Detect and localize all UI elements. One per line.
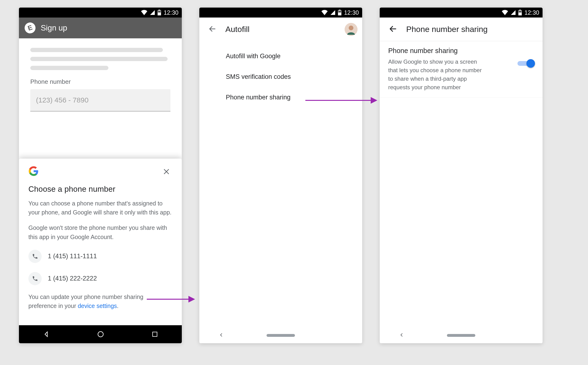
- settings-item-phone-sharing[interactable]: Phone number sharing: [199, 87, 362, 108]
- sheet-footer: You can update your phone number sharing…: [28, 292, 172, 311]
- sheet-para-1: You can choose a phone number that's ass…: [28, 199, 172, 217]
- phone-number-label: 1 (415) 111-1111: [48, 253, 97, 260]
- app-bar-title: Phone number sharing: [406, 25, 538, 34]
- phone-sharing-toggle-row[interactable]: Phone number sharing Allow Google to sho…: [380, 41, 543, 98]
- app-bar-title: Autofill: [225, 25, 338, 34]
- sheet-footer-post: .: [117, 302, 119, 309]
- skeleton-line: [30, 48, 163, 52]
- home-pill-icon[interactable]: [447, 334, 475, 337]
- app-bar: E Sign up: [19, 18, 182, 38]
- home-icon[interactable]: [97, 331, 104, 338]
- svg-rect-2: [158, 11, 161, 13]
- back-icon[interactable]: [43, 331, 50, 338]
- skeleton-line: [30, 66, 108, 70]
- status-time: 12:30: [344, 9, 359, 16]
- battery-icon: [157, 10, 161, 15]
- status-time: 12:30: [164, 9, 178, 16]
- device-settings-link[interactable]: device settings: [78, 302, 117, 309]
- settings-item-sms-codes[interactable]: SMS verification codes: [199, 67, 362, 87]
- sheet-para-2: Google won't store the phone number you …: [28, 223, 172, 242]
- toggle-switch[interactable]: [518, 59, 534, 68]
- system-nav-bar: [19, 325, 182, 343]
- sheet-heading: Choose a phone number: [28, 185, 172, 194]
- home-pill-icon[interactable]: [266, 334, 295, 337]
- google-logo-icon: [28, 166, 39, 177]
- back-button[interactable]: [206, 22, 219, 36]
- svg-rect-12: [519, 11, 521, 13]
- svg-point-9: [349, 26, 353, 30]
- wifi-icon: [321, 10, 328, 15]
- app-bar: Autofill: [199, 18, 362, 41]
- account-avatar[interactable]: [345, 23, 357, 36]
- phone-number-label: 1 (415) 222-2222: [48, 275, 97, 282]
- cellular-icon: [150, 10, 155, 15]
- phone-icon: [28, 272, 42, 285]
- app-bar: Phone number sharing: [380, 18, 543, 41]
- screen-autofill-settings: 12:30 Autofill Autofill with Google SMS …: [199, 7, 362, 343]
- skeleton-line: [30, 57, 168, 61]
- status-bar: 12:30: [380, 7, 543, 18]
- flow-arrow-icon: [305, 100, 376, 102]
- cellular-icon: [330, 10, 336, 15]
- phone-input[interactable]: [30, 89, 170, 112]
- svg-rect-6: [339, 10, 341, 11]
- svg-point-3: [98, 332, 104, 337]
- setting-title: Phone number sharing: [388, 47, 512, 55]
- recents-icon[interactable]: [152, 331, 158, 337]
- wifi-icon: [141, 10, 147, 15]
- back-button[interactable]: [386, 22, 399, 36]
- svg-rect-4: [153, 332, 157, 337]
- svg-rect-1: [159, 10, 160, 11]
- status-bar: 12:30: [199, 7, 362, 18]
- screen-signup: 12:30 E Sign up Phone number Choos: [19, 7, 182, 343]
- flow-arrow-icon: [147, 299, 194, 301]
- cellular-icon: [511, 10, 516, 15]
- svg-rect-7: [338, 11, 341, 13]
- phone-number-option[interactable]: 1 (415) 222-2222: [28, 270, 172, 287]
- status-bar: 12:30: [19, 7, 182, 18]
- signup-form: Phone number: [19, 38, 182, 118]
- close-button[interactable]: [161, 166, 172, 177]
- back-icon[interactable]: [399, 332, 404, 338]
- status-time: 12:30: [524, 9, 539, 16]
- screen-phone-sharing-setting: 12:30 Phone number sharing Phone number …: [380, 7, 543, 343]
- system-nav-bar: [380, 328, 543, 343]
- battery-icon: [518, 10, 522, 15]
- phone-field-label: Phone number: [30, 78, 170, 85]
- wifi-icon: [502, 10, 508, 15]
- phone-icon: [28, 250, 42, 263]
- system-nav-bar: [199, 328, 362, 343]
- settings-item-autofill-google[interactable]: Autofill with Google: [199, 46, 362, 67]
- svg-rect-11: [519, 10, 521, 11]
- setting-description: Allow Google to show you a screen that l…: [388, 57, 483, 91]
- battery-icon: [338, 10, 342, 15]
- app-bar-title: Sign up: [41, 23, 67, 32]
- back-icon[interactable]: [219, 332, 224, 338]
- app-logo-icon: E: [23, 21, 37, 35]
- phone-number-option[interactable]: 1 (415) 111-1111: [28, 248, 172, 265]
